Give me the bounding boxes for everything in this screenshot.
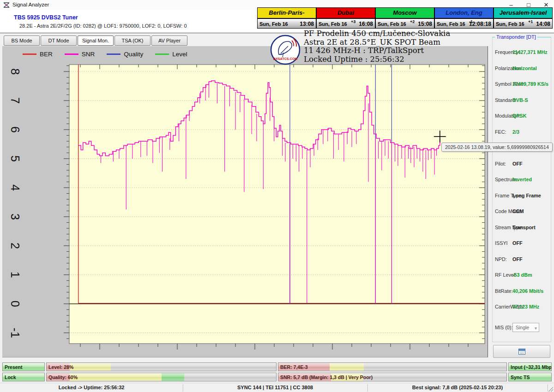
status-cell-3: Best signal: 7,8 dB (2025-02-15 20:23) — [367, 385, 548, 390]
annotation-line3: 11 426 MHz-H : TRP/TalkSport — [304, 47, 502, 55]
clock-time: 15:08 — [418, 21, 432, 27]
list-icon — [518, 349, 525, 355]
bar-gloss — [47, 373, 276, 381]
status-divider — [367, 384, 368, 392]
chevron-down-icon: ▾ — [535, 324, 537, 333]
indicator-quality: Quality: 60% — [46, 373, 277, 381]
indicator-lock: Lock — [2, 373, 45, 381]
resize-grip[interactable] — [548, 387, 553, 392]
transponder-value: OFF — [512, 161, 523, 166]
tab-signal-mon-[interactable]: Signal Mon. — [78, 36, 114, 46]
transponder-value: DVB-S — [512, 97, 528, 103]
y-axis-label: 2 — [9, 243, 22, 249]
clock-date-4: Sun, Feb 16-112:08:18 — [434, 18, 494, 29]
clock-day: Sun, Feb 16 — [259, 21, 288, 27]
bar-gloss — [47, 363, 276, 371]
app-icon — [3, 2, 10, 8]
tuner-name: TBS 5925 DVBS2 Tuner — [14, 14, 78, 21]
y-axis-label: 1 — [9, 272, 22, 278]
chart-panel: BERSNRQualityLevel -1012345678 — [2, 46, 488, 357]
y-axis-label: 4 — [9, 184, 22, 191]
clock-time: 14:08 — [536, 21, 550, 27]
bar-label: Present — [5, 364, 23, 370]
tab-av-player[interactable]: AV Player — [151, 36, 187, 46]
annotation-line4: Locked Uptime : 25:56:32 — [304, 55, 502, 64]
y-axis-label: -1 — [9, 328, 22, 338]
bar-label: Level: 28% — [48, 364, 73, 370]
clock-time: 16:08 — [359, 21, 373, 27]
transponder-label: Pilot: — [495, 161, 506, 166]
transponder-value: OFF — [512, 240, 523, 246]
bar-label: SNR: 5,7 dB (Margin: 1,3 dB | Very Poor) — [280, 374, 373, 380]
annotation-text: PF Prodelin 450 cm/Lučenec-Slovakia Astr… — [304, 30, 502, 64]
signal-analyzer-window: Signal Analyzer – □ ✕ TBS 5925 DVBS2 Tun… — [0, 0, 554, 392]
clock-offset: +1 — [528, 19, 533, 24]
transponder-value: QPSK — [512, 113, 527, 119]
tuner-details: 28.2E - Astra 2E/2F/2G (ID: 0282) @ LOF1… — [19, 23, 187, 29]
clock-city-2: Dubai — [316, 7, 375, 18]
y-axis-label: 3 — [9, 214, 22, 220]
logo-text: DXSATCS.COM — [273, 57, 298, 61]
annotation-line1: PF Prodelin 450 cm/Lučenec-Slovakia — [304, 30, 502, 38]
status-cell-2: SYNC 144 | TEI 11751 | CC 3808 — [183, 385, 367, 390]
tab-bs-mode[interactable]: BS Mode — [4, 36, 40, 46]
bar-gloss — [278, 363, 506, 371]
transponder-value: Horizontal — [512, 65, 537, 71]
status-bar: Locked -> Uptime: 25:56:32SYNC 144 | TEI… — [0, 383, 554, 392]
value-tooltip: 2025-02-16 13.08.19, value: 5,6999998092… — [441, 143, 553, 152]
clock-time: 12:08:18 — [469, 21, 491, 27]
clock-city-1: Berlin-Paris-Lučenec — [257, 7, 316, 18]
bar-label: Quality: 60% — [48, 374, 78, 380]
tab-dt-mode[interactable]: DT Mode — [41, 36, 77, 46]
indicator-level: Level: 28% — [46, 362, 277, 371]
mis-label: MIS (0): — [495, 325, 512, 330]
clock-date-2: Sun, Feb 16+316:08 — [316, 18, 375, 29]
status-cell-1: Locked -> Uptime: 25:56:32 — [0, 385, 183, 390]
transponder-value: 2/3 — [512, 129, 519, 135]
status-divider — [183, 384, 183, 392]
tab-tsa-ok-[interactable]: TSA (OK) — [114, 36, 151, 46]
indicator-sync-ts: Sync TS — [508, 373, 552, 381]
clock-date-3: Sun, Feb 16+215:08 — [375, 18, 434, 29]
y-axis-label: 5 — [9, 155, 22, 162]
clock-day: Sun, Feb 16 — [378, 21, 406, 27]
signal-chart[interactable]: -1012345678 — [2, 46, 488, 357]
bar-label: Lock — [5, 374, 16, 380]
indicator-snr: SNR: 5,7 dB (Margin: 1,3 dB | Very Poor) — [278, 373, 507, 381]
y-axis-label: 0 — [9, 301, 22, 307]
transponder-label: BitRate: — [495, 288, 512, 294]
dxsatcs-logo: DXSATCS.COM — [270, 34, 301, 65]
annotation-line2: Astra 2E at 28.5°E_UK SPOT Beam — [304, 38, 502, 47]
bar-label: Sync TS — [511, 374, 530, 380]
transponder-value: CCM — [512, 208, 524, 214]
transponder-value: Long Frame — [512, 193, 541, 198]
y-axis-label: 7 — [9, 97, 22, 104]
transponder-value: 27499,789 KS/s — [512, 81, 548, 87]
mis-dropdown[interactable]: Single▾ — [512, 323, 539, 332]
status-divider — [548, 384, 548, 392]
bar-label: Input (~32,31 Mbps) — [511, 364, 552, 370]
clock-date-1: Sun, Feb 1613:08 — [257, 18, 316, 29]
clock-date-5: Sun, Feb 16+114:08 — [494, 18, 553, 29]
transponder-value: 40,206 Mbit/s — [512, 288, 543, 294]
indicator-ber: BER: 7,4E-3 — [278, 362, 507, 371]
clock-offset: +2 — [410, 19, 415, 24]
transponder-value: Transport — [512, 225, 536, 230]
transponder-value: OFF — [512, 256, 523, 262]
window-title: Signal Analyzer — [12, 2, 49, 7]
clock-day: Sun, Feb 16 — [496, 21, 524, 27]
y-axis-label: 6 — [9, 126, 22, 133]
transponder-value: Inverted — [512, 177, 532, 182]
log-button[interactable] — [493, 345, 550, 358]
clock-day: Sun, Feb 16 — [319, 21, 347, 27]
transponder-value: 11427,371 MHz — [512, 49, 548, 55]
clock-time: 13:08 — [300, 21, 314, 27]
clock-city-3: Moscow — [375, 7, 434, 18]
indicator-input-mbps-: Input (~32,31 Mbps) — [508, 362, 552, 371]
transponder-value: 37,123 MHz — [512, 304, 539, 309]
clock-day: Sun, Feb 16 — [437, 21, 465, 27]
transponder-label: NPD: — [495, 256, 507, 262]
transponder-label: FEC: — [495, 129, 506, 135]
indicator-present: Present — [2, 362, 45, 371]
y-axis-label: 8 — [9, 68, 22, 75]
